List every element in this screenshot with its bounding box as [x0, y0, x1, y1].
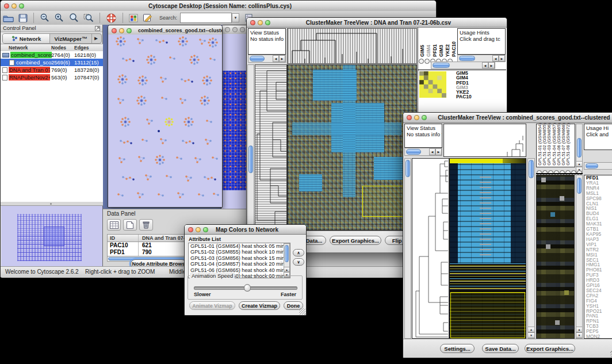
hscroll-thumb[interactable]: [250, 56, 265, 62]
minimize-button[interactable]: [119, 28, 124, 33]
help-lifering-icon[interactable]: [104, 12, 119, 24]
vscroll-thumb[interactable]: [577, 138, 582, 158]
speed-slider-track[interactable]: [194, 286, 297, 290]
gene-label[interactable]: SEC24: [586, 288, 612, 293]
minimize-button[interactable]: [258, 20, 263, 25]
gene-label[interactable]: HRD3: [586, 278, 612, 283]
column-labels-vscrollbar[interactable]: ▲ ▼: [576, 124, 583, 173]
summary-hscrollbar[interactable]: ◀ ▶: [431, 62, 495, 69]
settings-button[interactable]: Settings...: [440, 344, 475, 353]
gene-label[interactable]: GPI16: [586, 283, 612, 288]
treeview1-heatmap[interactable]: [287, 64, 417, 231]
minimize-button[interactable]: [12, 3, 17, 9]
close-button[interactable]: [250, 20, 255, 25]
panel-splitter[interactable]: [1, 202, 103, 206]
network-list-row[interactable]: RNAPuberNov2+ 563(0) 107847(0): [1, 74, 103, 81]
usage-hscrollbar[interactable]: ◀ ▶: [457, 55, 506, 62]
view-status-hscrollbar[interactable]: ◀ ▶: [404, 148, 442, 156]
gene-label[interactable]: MON2: [586, 334, 612, 339]
attribute-item[interactable]: GPL51-04 (GSM857) heat shock 20 min: [190, 261, 290, 267]
gene-label[interactable]: YRA1: [586, 181, 612, 186]
move-up-button[interactable]: ∧: [293, 249, 304, 256]
overview-viewport-rect[interactable]: [44, 227, 64, 246]
column-dendrogram[interactable]: [443, 124, 526, 157]
usage-hscrollbar[interactable]: [584, 162, 612, 170]
close-button[interactable]: [4, 3, 9, 9]
gene-label[interactable]: VIP1: [586, 242, 612, 247]
delete-attribute-icon[interactable]: [139, 219, 153, 231]
annotation-page-icon[interactable]: [140, 12, 155, 24]
summary-vscrollbar[interactable]: ▲ ▼: [576, 175, 583, 339]
gene-label[interactable]: SPC98: [586, 196, 612, 201]
select-attributes-icon[interactable]: [107, 219, 121, 231]
column-label[interactable]: PFD1: [433, 44, 438, 57]
vizmap-squares-icon[interactable]: [127, 12, 140, 24]
network-list-row[interactable]: combined_sco 2569(6) 13112(15): [1, 59, 103, 66]
network-canvas[interactable]: [108, 35, 222, 207]
row-dendrogram[interactable]: [255, 64, 287, 231]
resize-grip[interactable]: [299, 308, 305, 315]
column-label[interactable]: GIM3: [439, 45, 444, 57]
export-graphics-button[interactable]: Export Graphics...: [525, 344, 575, 353]
zoom-button[interactable]: [127, 28, 132, 33]
tab-vizmapper[interactable]: VizMapper™: [50, 34, 92, 43]
column-label[interactable]: YKE2: [445, 44, 450, 57]
column-dendrogram[interactable]: [287, 28, 417, 64]
network-list-row[interactable]: combined_scores 2764(0) 16218(0): [1, 51, 103, 59]
zoom-in-icon[interactable]: [52, 12, 66, 24]
gene-label[interactable]: PFD1: [586, 175, 612, 181]
new-attribute-icon[interactable]: [123, 219, 137, 231]
gene-label[interactable]: MAK31: [586, 221, 612, 227]
close-button[interactable]: [225, 27, 230, 32]
scroll-up-arrow[interactable]: ▲: [528, 327, 534, 332]
zoom-button[interactable]: [240, 27, 245, 32]
treeview2-vscrollbar[interactable]: [404, 158, 411, 339]
save-session-button[interactable]: [16, 12, 30, 24]
open-session-button[interactable]: [1, 12, 16, 24]
scroll-right-arrow[interactable]: ▶: [435, 148, 442, 155]
gene-label[interactable]: PHO81: [586, 267, 612, 273]
gene-label[interactable]: RPN1: [586, 319, 612, 324]
gene-label[interactable]: MSL1: [586, 191, 612, 196]
vscroll-thumb[interactable]: [248, 145, 253, 173]
scroll-left-arrow[interactable]: ◀: [429, 148, 435, 155]
gene-label[interactable]: MSI1: [586, 252, 612, 258]
gene-label[interactable]: CPA2: [586, 293, 612, 298]
hscroll-thumb[interactable]: [586, 163, 598, 168]
float-panel-icon[interactable]: [95, 26, 100, 31]
column-label[interactable]: GIM4: [426, 45, 431, 57]
gene-label[interactable]: SEC1: [586, 258, 612, 263]
gene-label[interactable]: BUD4: [586, 211, 612, 216]
minimize-button[interactable]: [414, 115, 419, 120]
col-id[interactable]: ID: [108, 235, 139, 242]
gene-label[interactable]: HMG1: [586, 262, 612, 267]
row-dendrogram[interactable]: [412, 158, 449, 339]
network-list-row[interactable]: DNA and Tran 07 769(0) 183728(0): [1, 66, 103, 74]
column-label[interactable]: GPL51-08 (GSM872): [566, 123, 571, 166]
vscroll-thumb[interactable]: [529, 160, 534, 178]
zoom-fit-icon[interactable]: [66, 12, 81, 24]
speed-slider-thumb[interactable]: [244, 284, 251, 292]
zoom-selected-icon[interactable]: [81, 12, 96, 24]
gene-label[interactable]: YSH1: [586, 304, 612, 309]
export-graphics-button[interactable]: Export Graphics...: [330, 236, 381, 245]
network-view-window[interactable]: combined_scores_good.txt--cluste...: [108, 25, 223, 208]
gene-label[interactable]: PEP5: [586, 329, 612, 334]
search-input[interactable]: [180, 13, 232, 23]
row-label[interactable]: PAC10: [456, 94, 472, 99]
close-button[interactable]: [112, 28, 117, 33]
scroll-right-arrow[interactable]: ▶: [279, 55, 285, 62]
attribute-item[interactable]: GPL51-03 (GSM856) heat shock 15 min: [190, 255, 290, 261]
zoom-button[interactable]: [19, 3, 24, 9]
hscroll-thumb[interactable]: [433, 63, 450, 68]
gene-label[interactable]: TCB3: [586, 324, 612, 329]
close-button[interactable]: [188, 227, 193, 232]
scroll-up-arrow[interactable]: ▲: [284, 267, 289, 272]
tab-network[interactable]: Network: [3, 34, 50, 43]
create-vizmap-button[interactable]: Create Vizmap: [239, 301, 280, 310]
gene-label[interactable]: GTB1: [586, 227, 612, 232]
col-header-nodes[interactable]: Nodes: [51, 45, 66, 51]
attribute-item[interactable]: GPL51-01 (GSM854) heat shock 05 min: [190, 243, 290, 249]
attribute-item[interactable]: GPL51-02 (GSM855) heat shock 10 min: [190, 249, 290, 255]
column-label[interactable]: PAC10: [452, 41, 457, 57]
